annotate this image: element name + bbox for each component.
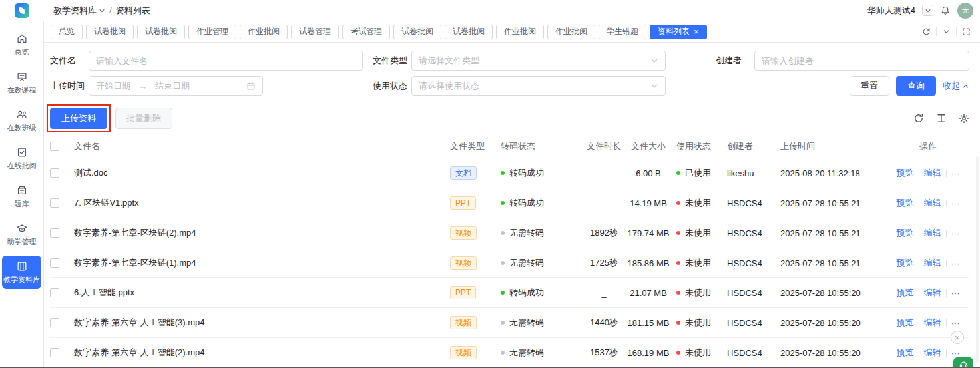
tab-13-active[interactable]: 资料列表× bbox=[650, 25, 707, 39]
chevron-down-icon[interactable] bbox=[936, 27, 956, 36]
tab-close-icon[interactable]: × bbox=[694, 27, 699, 36]
sidebar-item-label: 在教班级 bbox=[7, 123, 37, 133]
user-menu-toggle[interactable] bbox=[922, 5, 933, 16]
floating-close-button[interactable]: × bbox=[951, 331, 964, 344]
more-actions-link[interactable]: ··· bbox=[951, 348, 960, 358]
row-checkbox[interactable] bbox=[50, 348, 59, 357]
breadcrumb-root[interactable]: 教学资料库 bbox=[53, 5, 105, 17]
edit-link[interactable]: 编辑 bbox=[924, 317, 941, 329]
more-actions-link[interactable]: ··· bbox=[951, 168, 960, 178]
more-actions-link[interactable]: ··· bbox=[951, 228, 960, 238]
class-icon bbox=[16, 108, 28, 120]
batch-delete-button[interactable]: 批量删除 bbox=[115, 108, 172, 129]
usage-status-cell: 未使用 bbox=[671, 317, 727, 329]
tab-1[interactable]: 总览 bbox=[51, 25, 83, 39]
tab-10[interactable]: 作业批阅 bbox=[496, 25, 544, 39]
preview-link[interactable]: 预览 bbox=[897, 197, 914, 209]
row-checkbox[interactable] bbox=[50, 318, 59, 327]
tab-label: 作业批阅 bbox=[555, 26, 587, 37]
sidebar-item-question-bank[interactable]: 题库 bbox=[2, 180, 41, 213]
tab-12[interactable]: 学生错题 bbox=[599, 25, 646, 39]
tab-2[interactable]: 试卷批阅 bbox=[86, 25, 134, 39]
tab-5[interactable]: 作业批阅 bbox=[240, 25, 288, 39]
sidebar-item-teaching-courses[interactable]: 在教课程 bbox=[2, 66, 41, 99]
more-actions-link[interactable]: ··· bbox=[951, 198, 960, 208]
edit-link[interactable]: 编辑 bbox=[924, 197, 941, 209]
collapse-link[interactable]: 收起 bbox=[943, 80, 969, 92]
usage-status-select[interactable]: 请选择使用状态 bbox=[411, 76, 666, 96]
tab-9[interactable]: 试卷批阅 bbox=[445, 25, 493, 39]
upload-time: 2025-08-20 11:32:18 bbox=[780, 168, 887, 178]
preview-link[interactable]: 预览 bbox=[897, 287, 914, 299]
row-checkbox[interactable] bbox=[50, 258, 59, 268]
preview-link[interactable]: 预览 bbox=[897, 347, 914, 359]
more-actions-link[interactable]: ··· bbox=[951, 258, 960, 268]
upload-time-range-picker[interactable]: 开始日期 → 结束日期 bbox=[89, 76, 263, 96]
row-checkbox[interactable] bbox=[50, 288, 59, 297]
creator: HSDCS4 bbox=[727, 288, 780, 298]
refresh-icon[interactable] bbox=[913, 113, 924, 124]
sidebar-item-overview[interactable]: 总览 bbox=[2, 28, 41, 61]
checkbox-cell bbox=[50, 228, 74, 238]
divider bbox=[946, 230, 947, 237]
more-actions-link[interactable]: ··· bbox=[951, 288, 960, 298]
notification-bell-icon[interactable] bbox=[940, 5, 951, 16]
tab-6[interactable]: 试卷管理 bbox=[291, 25, 339, 39]
file-type-select[interactable]: 请选择文件类型 bbox=[411, 51, 666, 71]
transcode-status-cell: 无需转码 bbox=[501, 317, 582, 329]
sidebar-item-study-management[interactable]: 助学管理 bbox=[2, 218, 41, 251]
sidebar-item-online-review[interactable]: 在线批阅 bbox=[2, 142, 41, 175]
transcode-status-cell: 无需转码 bbox=[501, 257, 582, 269]
sidebar-item-teaching-classes[interactable]: 在教班级 bbox=[2, 104, 41, 137]
tab-7[interactable]: 考试管理 bbox=[342, 25, 390, 39]
select-all-checkbox[interactable] bbox=[50, 142, 59, 151]
tab-8[interactable]: 试卷批阅 bbox=[393, 25, 441, 39]
header-checkbox-cell bbox=[50, 142, 74, 151]
reset-button[interactable]: 重置 bbox=[850, 76, 889, 96]
row-checkbox[interactable] bbox=[50, 228, 59, 238]
chevron-down-icon bbox=[650, 57, 658, 65]
tab-11[interactable]: 作业批阅 bbox=[547, 25, 595, 39]
status-dot bbox=[676, 201, 680, 205]
settings-gear-icon[interactable] bbox=[959, 113, 969, 124]
transcode-status: 无需转码 bbox=[509, 227, 544, 239]
sidebar-item-teaching-library[interactable]: 教学资料库 bbox=[2, 256, 41, 289]
search-button[interactable]: 查询 bbox=[896, 76, 936, 96]
status-dot bbox=[501, 351, 505, 355]
preview-link[interactable]: 预览 bbox=[897, 227, 914, 239]
edit-link[interactable]: 编辑 bbox=[924, 257, 941, 269]
expand-icon[interactable] bbox=[956, 27, 976, 36]
edit-link[interactable]: 编辑 bbox=[924, 167, 941, 179]
edit-link[interactable]: 编辑 bbox=[924, 287, 941, 299]
file-type-cell: 视频 bbox=[450, 346, 501, 359]
row-height-icon[interactable] bbox=[936, 113, 947, 124]
more-actions-link[interactable]: ··· bbox=[951, 318, 960, 328]
tab-3[interactable]: 试卷批阅 bbox=[137, 25, 185, 39]
row-checkbox[interactable] bbox=[50, 198, 59, 208]
status-dot bbox=[676, 351, 680, 355]
vertical-scrollbar[interactable] bbox=[976, 156, 979, 363]
chevron-up-icon bbox=[962, 83, 969, 90]
edit-link[interactable]: 编辑 bbox=[924, 347, 941, 359]
tab-bar: 总览试卷批阅试卷批阅作业管理作业批阅试卷管理考试管理试卷批阅试卷批阅作业批阅作业… bbox=[44, 21, 980, 43]
file-type-tag: PPT bbox=[450, 196, 476, 210]
checkbox-cell bbox=[50, 168, 74, 178]
file-name-input[interactable] bbox=[96, 56, 356, 66]
sidebar-item-label: 在线批阅 bbox=[7, 161, 37, 171]
file-name: 数字素养-第六章-人工智能(3).mp4 bbox=[74, 317, 450, 329]
preview-link[interactable]: 预览 bbox=[897, 317, 914, 329]
file-duration: _ bbox=[582, 288, 626, 298]
preview-link[interactable]: 预览 bbox=[897, 167, 914, 179]
upload-material-button[interactable]: 上传资料 bbox=[50, 108, 107, 129]
usage-status: 未使用 bbox=[685, 257, 711, 269]
creator-input[interactable] bbox=[762, 56, 962, 66]
app-logo[interactable] bbox=[0, 3, 44, 18]
edit-link[interactable]: 编辑 bbox=[924, 227, 941, 239]
creator: HSDCS4 bbox=[727, 258, 780, 268]
user-avatar[interactable]: 无 bbox=[957, 3, 973, 19]
refresh-icon[interactable] bbox=[917, 27, 936, 36]
tab-4[interactable]: 作业管理 bbox=[188, 25, 236, 39]
row-checkbox[interactable] bbox=[50, 168, 59, 178]
table-row: 数字素养-第六章-人工智能(2).mp4视频无需转码1537秒168.19 MB… bbox=[50, 338, 969, 368]
preview-link[interactable]: 预览 bbox=[897, 257, 914, 269]
